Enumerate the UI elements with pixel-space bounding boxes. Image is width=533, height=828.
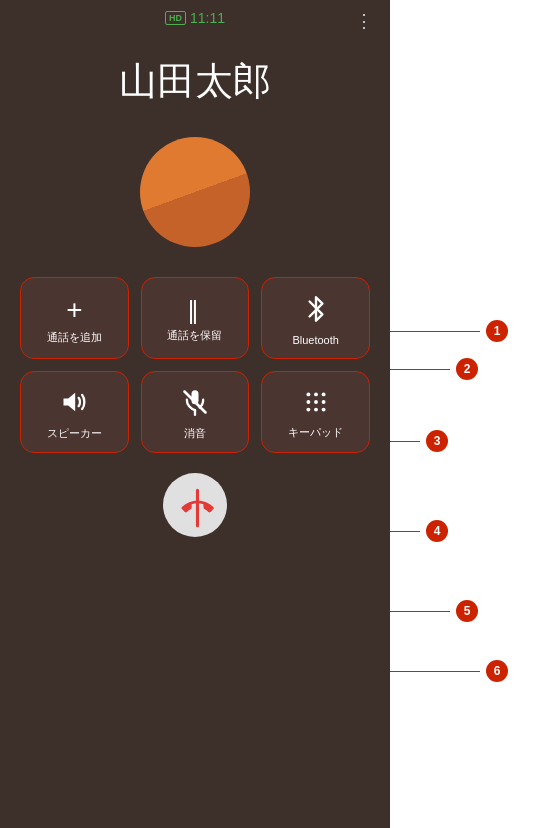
controls-grid: + 通話を追加 ‖ 通話を保留 Bluetooth xyxy=(0,277,390,453)
annotation-circle-5: 5 xyxy=(456,600,478,622)
annotation-2: 2 xyxy=(390,358,478,380)
mute-icon xyxy=(181,388,209,420)
annotation-1: 1 xyxy=(390,320,508,342)
annotation-line-2 xyxy=(390,369,450,370)
time-display: 11:11 xyxy=(190,10,225,26)
annotation-line-4 xyxy=(390,531,420,532)
svg-marker-0 xyxy=(64,392,76,411)
bluetooth-icon xyxy=(303,294,329,328)
annotation-circle-4: 4 xyxy=(426,520,448,542)
keypad-label: キーパッド xyxy=(288,425,343,440)
end-call-area xyxy=(0,473,390,537)
annotation-6: 6 xyxy=(390,660,508,682)
svg-point-11 xyxy=(314,407,318,411)
annotation-circle-2: 2 xyxy=(456,358,478,380)
speaker-label: スピーカー xyxy=(47,426,102,441)
svg-point-10 xyxy=(306,407,310,411)
speaker-icon xyxy=(60,388,88,420)
mute-label: 消音 xyxy=(184,426,206,441)
annotation-line-1 xyxy=(390,331,480,332)
svg-point-12 xyxy=(321,407,325,411)
hd-badge: HD xyxy=(165,11,186,25)
contact-name: 山田太郎 xyxy=(0,56,390,107)
annotation-line-3 xyxy=(390,441,420,442)
svg-point-5 xyxy=(314,392,318,396)
annotations-panel: 1 2 3 4 5 6 xyxy=(390,0,533,828)
svg-point-7 xyxy=(306,400,310,404)
phone-screen: HD 11:11 ⋮ 山田太郎 + 通話を追加 ‖ 通話を保留 xyxy=(0,0,390,828)
annotation-circle-6: 6 xyxy=(486,660,508,682)
speaker-button[interactable]: スピーカー xyxy=(20,371,129,453)
annotation-3: 3 xyxy=(390,430,448,452)
mute-button[interactable]: 消音 xyxy=(141,371,250,453)
hold-icon: ‖ xyxy=(187,298,202,322)
svg-point-9 xyxy=(321,400,325,404)
svg-point-6 xyxy=(321,392,325,396)
annotation-line-5 xyxy=(390,611,450,612)
keypad-icon xyxy=(303,389,329,419)
add-call-label: 通話を追加 xyxy=(47,330,102,345)
hold-button[interactable]: ‖ 通話を保留 xyxy=(141,277,250,359)
add-call-icon: + xyxy=(66,296,82,324)
status-bar: HD 11:11 ⋮ xyxy=(0,0,390,36)
keypad-button[interactable]: キーパッド xyxy=(261,371,370,453)
bluetooth-label: Bluetooth xyxy=(292,334,338,346)
annotation-4: 4 xyxy=(390,520,448,542)
annotation-circle-1: 1 xyxy=(486,320,508,342)
add-call-button[interactable]: + 通話を追加 xyxy=(20,277,129,359)
annotation-circle-3: 3 xyxy=(426,430,448,452)
menu-button[interactable]: ⋮ xyxy=(355,10,374,32)
end-call-button[interactable] xyxy=(163,473,227,537)
svg-point-8 xyxy=(314,400,318,404)
bluetooth-button[interactable]: Bluetooth xyxy=(261,277,370,359)
end-call-icon xyxy=(171,481,218,528)
svg-point-4 xyxy=(306,392,310,396)
avatar-container xyxy=(0,137,390,247)
annotation-5: 5 xyxy=(390,600,478,622)
annotation-line-6 xyxy=(390,671,480,672)
avatar xyxy=(140,137,250,247)
hold-label: 通話を保留 xyxy=(167,328,222,343)
status-time: HD 11:11 xyxy=(165,10,225,26)
